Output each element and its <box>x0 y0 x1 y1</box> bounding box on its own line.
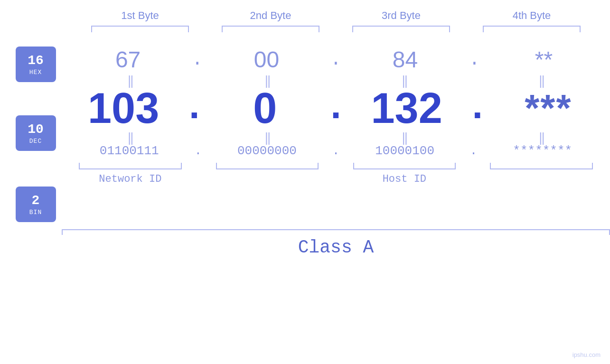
eq1-sign-2: || <box>265 77 270 85</box>
hex-cell-3: 84 <box>339 47 471 73</box>
hex-value-4: ** <box>535 47 553 73</box>
hex-number: 16 <box>28 53 44 69</box>
bracket-top-1 <box>91 26 189 32</box>
dec-value-4: *** <box>525 89 572 127</box>
byte-col-4: 4th Byte <box>467 9 597 32</box>
dec-value-2: 0 <box>253 87 277 130</box>
dec-name: DEC <box>29 138 42 145</box>
eq1-sign-1: || <box>128 77 133 85</box>
bracket-bottom-3 <box>353 163 456 169</box>
class-section: Class A <box>62 229 610 258</box>
eq1-cell-4: || <box>473 77 610 85</box>
bin-value-4: ******** <box>513 144 572 158</box>
equals-row-1: || || || || <box>62 77 610 85</box>
hex-value-3: 84 <box>393 47 418 73</box>
bin-number: 2 <box>32 193 40 209</box>
byte-label-3: 3rd Byte <box>382 9 421 22</box>
network-id-label: Network ID <box>62 173 199 185</box>
bb-cell-1 <box>62 163 199 169</box>
eq2-cell-1: || <box>62 134 199 142</box>
bb-cell-3 <box>336 163 473 169</box>
host-id-label: Host ID <box>199 173 610 185</box>
hex-cell-2: 00 <box>200 47 333 73</box>
bb-cell-4 <box>473 163 610 169</box>
bracket-top-4 <box>483 26 581 32</box>
eq1-cell-2: || <box>199 77 336 85</box>
hex-cell-1: 67 <box>62 47 194 73</box>
hex-cell-4: ** <box>478 47 610 73</box>
dec-cell-1: 103 <box>62 87 185 130</box>
bb-cell-2 <box>199 163 336 169</box>
eq2-sign-1: || <box>128 134 133 142</box>
dec-value-1: 103 <box>88 87 159 130</box>
bin-cell-1: 01100111 <box>62 144 197 158</box>
eq2-sign-4: || <box>539 134 544 142</box>
class-label: Class A <box>62 237 610 258</box>
dec-value-3: 132 <box>371 87 442 130</box>
bin-value-1: 01100111 <box>100 144 159 158</box>
byte-label-4: 4th Byte <box>513 9 551 22</box>
main-container: 1st Byte 2nd Byte 3rd Byte 4th Byte 16 H… <box>0 0 610 364</box>
bracket-bottom-2 <box>216 163 319 169</box>
hex-value-2: 00 <box>254 47 279 73</box>
dec-dot-3: . <box>466 93 489 123</box>
eq1-sign-4: || <box>539 77 544 85</box>
dec-dot-2: . <box>324 93 347 123</box>
byte-col-1: 1st Byte <box>75 9 206 32</box>
eq2-cell-4: || <box>473 134 610 142</box>
hex-name: HEX <box>29 69 42 76</box>
dec-cell-4: *** <box>487 89 610 127</box>
bin-cell-4: ******** <box>475 144 610 158</box>
main-content: 16 HEX 10 DEC 2 BIN <box>0 37 610 222</box>
eq2-cell-3: || <box>336 134 473 142</box>
bin-cell-3: 10000100 <box>337 144 472 158</box>
dec-cell-3: 132 <box>345 87 469 130</box>
byte-col-2: 2nd Byte <box>206 9 336 32</box>
rows-area: 67 . 00 . 84 . ** <box>62 37 610 185</box>
class-bracket-line <box>62 229 610 230</box>
eq2-sign-2: || <box>265 134 270 142</box>
dec-number: 10 <box>28 121 44 138</box>
labels-column: 16 HEX 10 DEC 2 BIN <box>0 37 62 222</box>
byte-col-3: 3rd Byte <box>336 9 467 32</box>
bin-value-2: 00000000 <box>237 144 297 158</box>
hex-badge: 16 HEX <box>16 47 56 82</box>
bin-cell-2: 00000000 <box>199 144 335 158</box>
byte-headers: 1st Byte 2nd Byte 3rd Byte 4th Byte <box>75 9 597 32</box>
dec-row: 103 . 0 . 132 . *** <box>62 87 610 130</box>
bracket-bottom-4 <box>490 163 593 169</box>
eq1-sign-3: || <box>402 77 407 85</box>
dec-dot-1: . <box>183 93 206 123</box>
dec-badge: 10 DEC <box>16 115 56 151</box>
eq2-cell-2: || <box>199 134 336 142</box>
bin-name: BIN <box>29 209 42 216</box>
bracket-top-2 <box>222 26 319 32</box>
hex-row: 67 . 00 . 84 . ** <box>62 47 610 73</box>
hex-value-1: 67 <box>115 47 141 73</box>
bin-row: 01100111 . 00000000 . 10000100 . *******… <box>62 144 610 158</box>
eq2-sign-3: || <box>402 134 407 142</box>
eq1-cell-3: || <box>336 77 473 85</box>
bracket-bottom-1 <box>79 163 182 169</box>
bracket-bottom-area <box>62 163 610 169</box>
eq1-cell-1: || <box>62 77 199 85</box>
bracket-top-3 <box>352 26 450 32</box>
bin-badge: 2 BIN <box>16 187 56 222</box>
id-labels-row: Network ID Host ID <box>62 173 610 185</box>
watermark: ipshu.com <box>572 351 601 358</box>
byte-label-1: 1st Byte <box>121 9 159 22</box>
bin-value-3: 10000100 <box>375 144 434 158</box>
byte-label-2: 2nd Byte <box>250 9 291 22</box>
equals-row-2: || || || || <box>62 134 610 142</box>
dec-cell-2: 0 <box>203 87 327 130</box>
